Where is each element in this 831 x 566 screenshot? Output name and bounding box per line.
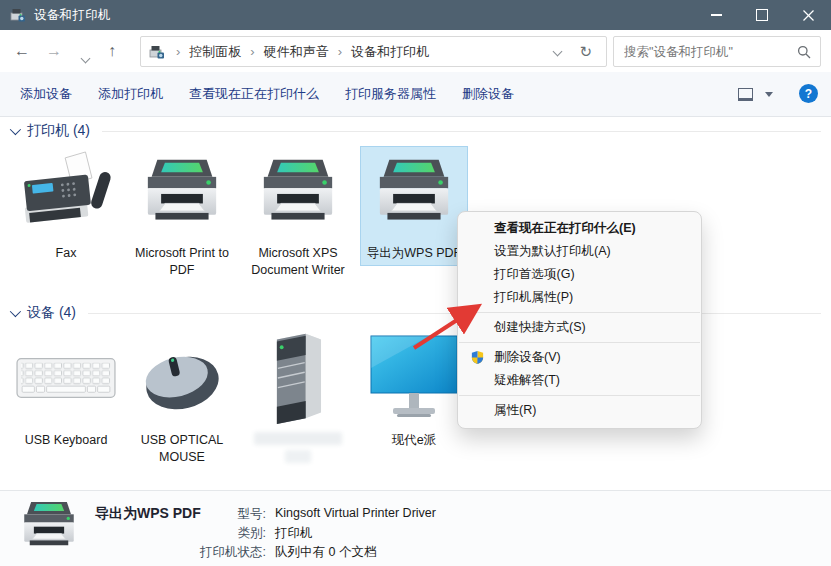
details-status-value: 队列中有 0 个文档: [275, 544, 376, 561]
printer-icon: [245, 147, 351, 239]
details-category-value: 打印机: [275, 525, 313, 542]
change-view-icon[interactable]: [738, 88, 753, 101]
print-server-properties-button[interactable]: 打印服务器属性: [345, 85, 436, 103]
up-button[interactable]: ↑: [108, 39, 116, 63]
menu-item-see-whats-printing[interactable]: 查看现在正在打印什么(E): [458, 217, 701, 240]
breadcrumb-hardware-sound[interactable]: 硬件和声音: [262, 43, 331, 61]
maximize-icon: [756, 9, 768, 21]
breadcrumb-separator: ›: [169, 44, 187, 59]
device-label: USB OPTICAL MOUSE: [129, 432, 235, 466]
printer-tile-wps-pdf-selected[interactable]: 导出为WPS PDF: [361, 147, 467, 265]
details-category-label: 类别:: [170, 525, 266, 542]
breadcrumb-separator: ›: [331, 44, 349, 59]
menu-item-set-as-default[interactable]: 设置为默认打印机(A): [458, 240, 701, 263]
breadcrumb-separator: ›: [243, 44, 261, 59]
context-menu: 查看现在正在打印什么(E) 设置为默认打印机(A) 打印首选项(G) 打印机属性…: [457, 211, 702, 429]
see-whats-printing-button[interactable]: 查看现在正在打印什么: [189, 85, 319, 103]
back-button[interactable]: ←: [14, 39, 30, 63]
details-model-value: Kingsoft Virtual Printer Driver: [275, 506, 436, 523]
forward-button[interactable]: →: [46, 39, 62, 63]
search-input[interactable]: [614, 45, 797, 59]
maximize-button[interactable]: [739, 0, 785, 30]
printer-icon: [129, 147, 235, 239]
computer-tower-icon: [245, 330, 351, 426]
menu-separator: [459, 312, 700, 313]
printer-tile-ms-xps-writer[interactable]: Microsoft XPS Document Writer: [245, 147, 351, 279]
fax-icon: [13, 147, 119, 239]
menu-separator: [459, 342, 700, 343]
device-tile-monitor[interactable]: 现代e派: [361, 330, 467, 449]
mouse-icon: [129, 330, 235, 426]
address-bar[interactable]: › 控制面板 › 硬件和声音 › 设备和打印机 ↻: [140, 36, 607, 67]
menu-separator: [459, 395, 700, 396]
printers-section-title: 打印机 (4): [27, 122, 90, 140]
collapse-chevron-icon: [10, 306, 21, 317]
device-tile-computer[interactable]: [245, 330, 351, 468]
location-icon: [149, 44, 165, 60]
printer-label: Fax: [13, 245, 119, 262]
menu-item-properties[interactable]: 属性(R): [458, 399, 701, 422]
history-dropdown-button[interactable]: [82, 45, 89, 69]
breadcrumb-devices-printers[interactable]: 设备和打印机: [349, 43, 431, 61]
menu-item-printer-properties[interactable]: 打印机属性(P): [458, 286, 701, 309]
printer-label: Microsoft XPS Document Writer: [245, 245, 351, 279]
section-divider: [102, 131, 821, 132]
add-device-button[interactable]: 添加设备: [20, 85, 72, 103]
selected-printer-icon: [16, 499, 82, 556]
printer-label: Microsoft Print to PDF: [129, 245, 235, 279]
navigation-row: ← → ↑ › 控制面板 › 硬件和声音 › 设备和打印机 ↻: [0, 30, 831, 72]
window-title: 设备和打印机: [34, 7, 111, 24]
printer-tile-ms-print-to-pdf[interactable]: Microsoft Print to PDF: [129, 147, 235, 279]
uac-shield-icon: [470, 350, 485, 365]
printers-section-header[interactable]: 打印机 (4): [10, 122, 821, 140]
redacted-device-label: [245, 432, 351, 468]
menu-item-troubleshoot[interactable]: 疑难解答(T): [458, 369, 701, 392]
device-tile-usb-mouse[interactable]: USB OPTICAL MOUSE: [129, 330, 235, 466]
minimize-button[interactable]: [693, 0, 739, 30]
close-button[interactable]: [785, 0, 831, 30]
add-printer-button[interactable]: 添加打印机: [98, 85, 163, 103]
device-label: USB Keyboard: [13, 432, 119, 449]
printer-tile-fax[interactable]: Fax: [13, 147, 119, 262]
window-controls: [693, 0, 831, 30]
devices-and-printers-window: 设备和打印机 ← → ↑: [0, 0, 831, 566]
command-bar: 添加设备 添加打印机 查看现在正在打印什么 打印服务器属性 删除设备 ?: [0, 72, 831, 117]
printer-label: 导出为WPS PDF: [361, 245, 467, 262]
printer-icon: [361, 147, 467, 239]
remove-device-button[interactable]: 删除设备: [462, 85, 514, 103]
menu-item-printing-preferences[interactable]: 打印首选项(G): [458, 263, 701, 286]
refresh-icon[interactable]: ↻: [579, 43, 592, 61]
search-icon[interactable]: [797, 45, 811, 59]
chevron-down-icon: [81, 54, 91, 64]
menu-item-remove-device[interactable]: 删除设备(V): [458, 346, 701, 369]
devices-section-title: 设备 (4): [27, 304, 76, 322]
breadcrumb-control-panel[interactable]: 控制面板: [187, 43, 243, 61]
keyboard-icon: [13, 330, 119, 426]
device-tile-usb-keyboard[interactable]: USB Keyboard: [13, 330, 119, 449]
monitor-icon: [361, 330, 467, 426]
details-model-label: 型号:: [170, 506, 266, 523]
device-label: 现代e派: [361, 432, 467, 449]
minimize-icon: [711, 14, 722, 15]
menu-item-create-shortcut[interactable]: 创建快捷方式(S): [458, 316, 701, 339]
view-dropdown-caret-icon[interactable]: [765, 92, 773, 97]
address-dropdown-icon[interactable]: [553, 47, 563, 57]
section-divider: [88, 313, 821, 314]
help-button[interactable]: ?: [799, 84, 818, 103]
collapse-chevron-icon: [10, 124, 21, 135]
app-icon: [10, 7, 26, 23]
details-status-label: 打印机状态:: [170, 544, 266, 561]
close-icon: [803, 10, 814, 21]
search-box: [613, 36, 821, 67]
menu-item-label: 删除设备(V): [494, 350, 561, 364]
title-bar[interactable]: 设备和打印机: [0, 0, 831, 30]
